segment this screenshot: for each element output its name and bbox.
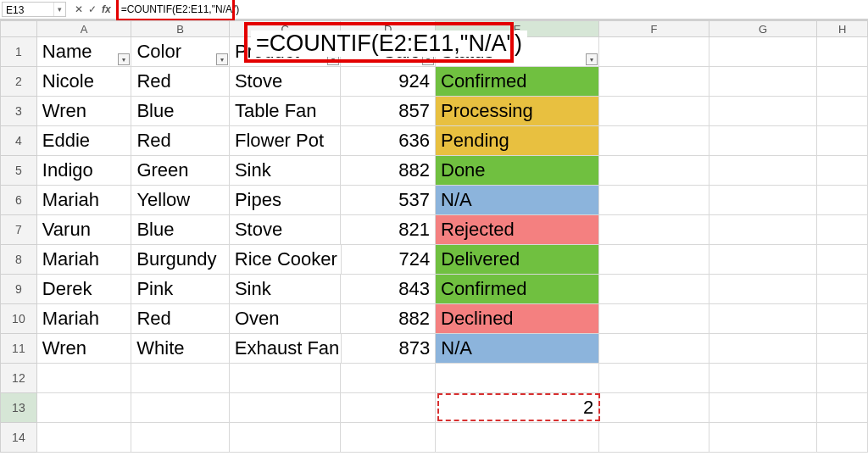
cell-E14[interactable] (436, 423, 599, 453)
cell-D7[interactable]: 821 (341, 215, 436, 245)
filter-dropdown-icon[interactable]: ▾ (118, 53, 130, 65)
cell-F12[interactable] (599, 364, 709, 393)
cell-F9[interactable] (599, 275, 709, 304)
cell-A7[interactable]: Varun (37, 215, 132, 245)
row-header-13[interactable]: 13 (0, 393, 37, 423)
cell-B7[interactable]: Blue (131, 215, 230, 245)
cell-G11[interactable] (709, 334, 817, 364)
filter-dropdown-icon[interactable]: ▾ (422, 53, 434, 65)
fx-icon[interactable]: fx (102, 3, 111, 15)
col-header-C[interactable]: C (230, 20, 341, 37)
cell-H7[interactable] (817, 215, 868, 245)
row-header-12[interactable]: 12 (0, 364, 37, 393)
col-header-G[interactable]: G (709, 20, 818, 37)
cell-A1[interactable]: Name▾ (37, 37, 132, 67)
cell-B1[interactable]: Color▾ (131, 37, 230, 67)
cell-A5[interactable]: Indigo (37, 156, 132, 186)
cell-F4[interactable] (599, 126, 709, 156)
cell-F11[interactable] (599, 334, 709, 364)
cell-D5[interactable]: 882 (341, 156, 436, 186)
row-header-6[interactable]: 6 (0, 186, 37, 215)
cell-G14[interactable] (709, 423, 818, 453)
col-header-E[interactable]: E (436, 20, 599, 37)
cell-D11[interactable]: 873 (342, 334, 437, 364)
cell-A14[interactable] (37, 423, 132, 453)
row-header-9[interactable]: 9 (0, 275, 37, 304)
cell-A8[interactable]: Mariah (37, 245, 132, 275)
cell-F5[interactable] (599, 156, 709, 186)
cell-C13[interactable] (230, 393, 341, 423)
col-header-A[interactable]: A (37, 20, 132, 37)
cell-G2[interactable] (709, 67, 818, 97)
cell-H14[interactable] (817, 423, 868, 453)
cell-H8[interactable] (817, 245, 868, 275)
cell-C5[interactable]: Sink (230, 156, 341, 186)
cell-C14[interactable] (230, 423, 341, 453)
cell-D14[interactable] (341, 423, 436, 453)
filter-dropdown-icon[interactable]: ▾ (216, 53, 228, 65)
filter-dropdown-icon[interactable]: ▾ (586, 53, 598, 65)
cell-H2[interactable] (817, 67, 868, 97)
row-header-1[interactable]: 1 (0, 37, 37, 67)
cell-H12[interactable] (817, 364, 868, 393)
cell-F10[interactable] (599, 304, 709, 334)
row-header-3[interactable]: 3 (0, 97, 37, 126)
cell-A12[interactable] (37, 364, 132, 393)
row-header-4[interactable]: 4 (0, 126, 37, 156)
cell-E2[interactable]: Confirmed (436, 67, 599, 97)
cell-D13[interactable] (341, 393, 436, 423)
cell-B14[interactable] (131, 423, 230, 453)
cell-E3[interactable]: Processing (436, 97, 599, 126)
cell-B9[interactable]: Pink (131, 275, 230, 304)
cell-G9[interactable] (709, 275, 818, 304)
cell-E5[interactable]: Done (436, 156, 599, 186)
cell-H10[interactable] (817, 304, 868, 334)
cell-F1[interactable] (599, 37, 709, 67)
cell-A13[interactable] (37, 393, 132, 423)
cell-F6[interactable] (599, 186, 709, 215)
filter-dropdown-icon[interactable]: ▾ (327, 53, 339, 65)
name-box[interactable]: E13 (3, 3, 53, 16)
name-box-dropdown-icon[interactable]: ▾ (53, 3, 65, 16)
row-header-7[interactable]: 7 (0, 215, 37, 245)
cell-A6[interactable]: Mariah (37, 186, 132, 215)
cell-E12[interactable] (436, 364, 599, 393)
cell-D2[interactable]: 924 (341, 67, 436, 97)
cell-E9[interactable]: Confirmed (436, 275, 599, 304)
cell-F2[interactable] (599, 67, 709, 97)
cell-G6[interactable] (709, 186, 818, 215)
cell-B12[interactable] (131, 364, 230, 393)
row-header-10[interactable]: 10 (0, 304, 37, 334)
cell-G13[interactable] (709, 393, 818, 423)
cell-C12[interactable] (230, 364, 341, 393)
col-header-H[interactable]: H (817, 20, 868, 37)
cell-C2[interactable]: Stove (230, 67, 341, 97)
cell-E1[interactable]: Status▾ (436, 37, 599, 67)
cell-C10[interactable]: Oven (230, 304, 341, 334)
cell-E4[interactable]: Pending (436, 126, 599, 156)
cell-B10[interactable]: Red (131, 304, 230, 334)
cell-C3[interactable]: Table Fan (230, 97, 341, 126)
select-all-corner[interactable] (0, 20, 37, 37)
cell-G10[interactable] (709, 304, 818, 334)
cell-D9[interactable]: 843 (341, 275, 436, 304)
cell-B4[interactable]: Red (131, 126, 230, 156)
confirm-formula-icon[interactable]: ✓ (88, 3, 97, 15)
cell-F13[interactable] (599, 393, 709, 423)
col-header-B[interactable]: B (131, 20, 230, 37)
cell-E6[interactable]: N/A (436, 186, 599, 215)
cell-A2[interactable]: Nicole (37, 67, 132, 97)
cell-A9[interactable]: Derek (37, 275, 132, 304)
cell-H13[interactable] (817, 393, 868, 423)
cell-G7[interactable] (709, 215, 818, 245)
row-header-8[interactable]: 8 (0, 245, 37, 275)
cell-F3[interactable] (599, 97, 709, 126)
cell-D10[interactable]: 882 (341, 304, 436, 334)
cell-D12[interactable] (341, 364, 436, 393)
row-header-5[interactable]: 5 (0, 156, 37, 186)
cell-H11[interactable] (817, 334, 868, 364)
cell-F14[interactable] (599, 423, 709, 453)
cell-C7[interactable]: Stove (230, 215, 341, 245)
cell-C9[interactable]: Sink (230, 275, 341, 304)
cell-H3[interactable] (817, 97, 868, 126)
